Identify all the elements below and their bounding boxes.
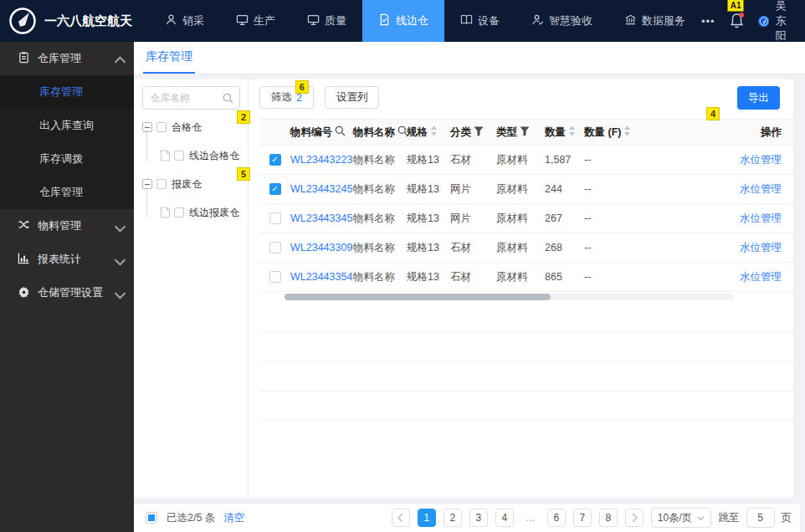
nav-item-数据服务[interactable]: 数据服务	[608, 0, 701, 42]
material-code-link[interactable]: WL23443309	[290, 242, 352, 253]
sidebar-item-仓库管理[interactable]: 仓库管理	[0, 176, 134, 209]
filter-button[interactable]: 筛选 2 6	[259, 86, 314, 109]
nav-item-设备[interactable]: 设备	[444, 0, 515, 42]
col-header-分类[interactable]: 分类	[450, 125, 496, 140]
row-checkbox[interactable]	[269, 242, 281, 253]
tree-checkbox[interactable]	[156, 179, 167, 189]
col-header-label: 类型	[496, 125, 517, 140]
page-button-1[interactable]: 1	[418, 509, 436, 527]
material-code-link[interactable]: WL23443223	[290, 154, 352, 166]
export-button[interactable]: 导出	[737, 86, 780, 110]
row-checkbox-cell	[259, 212, 290, 224]
user-menu[interactable]: 吴东阳	[758, 0, 795, 43]
horizontal-scrollbar[interactable]	[285, 294, 734, 300]
user-icon	[165, 13, 177, 28]
tree-child-线边合格仓[interactable]: 线边合格仓	[160, 146, 240, 165]
sidebar-item-出入库查询[interactable]: 出入库查询	[0, 109, 134, 142]
nav-item-线边仓[interactable]: 线边仓	[362, 0, 444, 42]
tree-root-合格仓[interactable]: 合格仓2	[142, 118, 240, 136]
clear-selection-link[interactable]: 清空	[223, 511, 244, 525]
annotation-6: 6	[295, 80, 309, 94]
nav-item-销采[interactable]: 销采	[149, 0, 220, 42]
col-header-物料名称[interactable]: 物料名称	[353, 125, 407, 140]
page-size-select[interactable]: 10条/页	[651, 508, 711, 528]
chevron-up-icon	[114, 54, 122, 63]
column-settings-button[interactable]: 设置列	[325, 86, 380, 109]
nav-item-生产[interactable]: 生产	[220, 0, 291, 42]
col-header-label: 物料名称	[353, 125, 395, 140]
water-level-link[interactable]: 水位管理	[740, 154, 782, 166]
tree-checkbox[interactable]	[156, 122, 167, 132]
water-level-link[interactable]: 水位管理	[740, 183, 782, 195]
material-code-link[interactable]: WL23443345	[290, 212, 352, 224]
page-button-3[interactable]: 3	[469, 509, 488, 527]
next-page-button[interactable]	[625, 509, 643, 527]
row-checkbox[interactable]: ✓	[269, 154, 281, 166]
tree-checkbox[interactable]	[174, 151, 184, 161]
annotation-4: 4	[706, 107, 720, 120]
pagination: 1234...678	[392, 509, 643, 527]
col-header-数量 (F)[interactable]: 数量 (F)	[584, 125, 649, 140]
nav-item-智慧验收[interactable]: 智慧验收	[515, 0, 608, 42]
material-code-link-cell: WL23443223	[290, 154, 353, 166]
sidebar-group-物料管理[interactable]: 物料管理	[0, 209, 134, 243]
tree-child-线边报废仓[interactable]: 线边报废仓	[160, 203, 240, 222]
funnel-icon[interactable]	[520, 126, 530, 139]
water-level-link[interactable]: 水位管理	[740, 242, 782, 253]
tree-root-报废仓[interactable]: 报废仓5	[142, 175, 240, 193]
search-icon[interactable]	[335, 125, 346, 139]
material-code-link[interactable]: WL23443354	[290, 271, 352, 283]
warehouse-search-input[interactable]	[150, 92, 223, 104]
page-button-7[interactable]: 7	[573, 509, 592, 527]
select-all-checkbox[interactable]	[146, 512, 157, 524]
row-checkbox[interactable]	[269, 212, 281, 224]
more-menu-icon[interactable]: •••	[701, 15, 715, 28]
water-level-link[interactable]: 水位管理	[740, 271, 782, 283]
sidebar-group-报表统计[interactable]: 报表统计	[0, 243, 134, 276]
material-code-link-cell: WL23443245	[290, 183, 353, 195]
horizontal-scrollbar-thumb[interactable]	[285, 294, 551, 300]
sidebar-group-仓储管理设置[interactable]: 仓储管理设置	[0, 276, 134, 309]
spec: 规格13	[407, 154, 439, 166]
sidebar-group-仓库管理[interactable]: 仓库管理	[0, 42, 134, 75]
material-code-link[interactable]: WL23443245	[290, 183, 352, 195]
page-button-8[interactable]: 8	[599, 509, 618, 527]
jump-page-input[interactable]	[746, 508, 775, 528]
tree-node-label: 合格仓	[172, 120, 202, 135]
page-button-2[interactable]: 2	[444, 509, 462, 527]
material-name: 物料名称	[353, 183, 395, 195]
row-checkbox[interactable]	[269, 271, 281, 283]
nav-item-质量[interactable]: 质量	[291, 0, 362, 42]
col-header-label: 物料编号	[290, 125, 332, 140]
tree-checkbox[interactable]	[174, 207, 184, 217]
sort-icon[interactable]	[430, 125, 438, 139]
sidebar-group-label: 仓储管理设置	[38, 285, 103, 300]
col-header-物料编号[interactable]: 物料编号	[290, 125, 353, 140]
sort-icon[interactable]	[568, 125, 576, 139]
col-header-label: 规格	[407, 125, 428, 140]
main-nav: 销采生产质量线边仓设备智慧验收数据服务	[149, 0, 701, 42]
notification-bell-icon[interactable]: A1	[730, 13, 744, 29]
col-header-规格[interactable]: 规格	[407, 125, 450, 140]
gear-icon	[18, 285, 38, 300]
tab-inventory-management[interactable]: 库存管理	[143, 42, 195, 74]
category-cell: 网片	[450, 212, 496, 226]
sidebar-item-库存管理[interactable]: 库存管理	[0, 75, 134, 109]
page-button-6[interactable]: 6	[547, 509, 566, 527]
row-checkbox[interactable]: ✓	[269, 183, 281, 195]
nav-item-label: 销采	[182, 13, 204, 28]
search-icon[interactable]	[223, 93, 233, 104]
water-level-link[interactable]: 水位管理	[740, 212, 782, 224]
sort-icon[interactable]	[623, 125, 631, 139]
collapse-expander-icon[interactable]	[142, 179, 152, 189]
quantity: 268	[545, 242, 562, 253]
page-button-4[interactable]: 4	[495, 509, 514, 527]
funnel-icon[interactable]	[474, 126, 484, 139]
table-body: ✓WL23443223物料名称规格13石材原材料1,587--水位管理✓WL23…	[259, 146, 793, 292]
col-header-操作: 操作	[649, 125, 793, 140]
sidebar-item-库存调拨[interactable]: 库存调拨	[0, 142, 134, 176]
collapse-expander-icon[interactable]	[142, 122, 152, 132]
col-header-类型[interactable]: 类型	[496, 125, 545, 140]
prev-page-button[interactable]	[392, 509, 410, 527]
col-header-数量[interactable]: 数量	[545, 125, 584, 140]
